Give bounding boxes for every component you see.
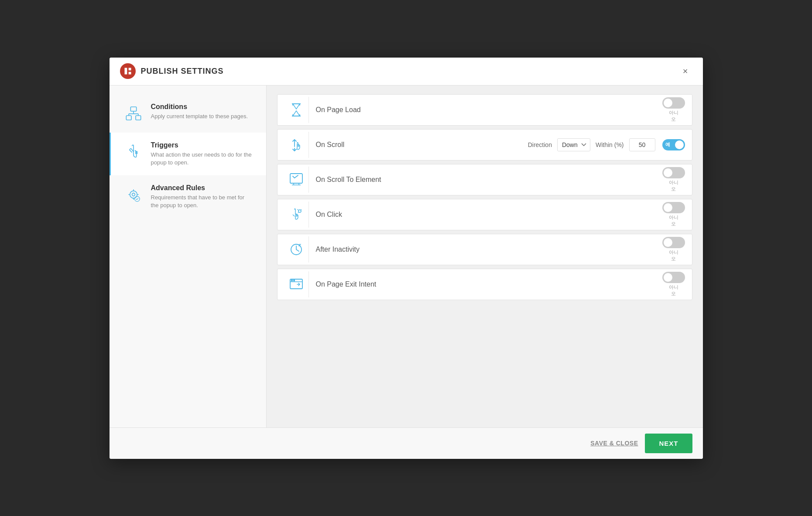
sidebar-conditions-title: Conditions <box>151 103 248 111</box>
modal-header: PUBLISH SETTINGS × <box>110 58 703 85</box>
on-scroll-toggle[interactable]: 예 <box>662 139 685 150</box>
on-page-load-icon-wrap <box>284 97 309 123</box>
on-scroll-icon-wrap <box>284 132 309 158</box>
on-scroll-label: On Scroll <box>316 141 528 149</box>
on-click-toggle-wrap: 아니오 <box>662 202 685 227</box>
close-button[interactable]: × <box>678 64 692 78</box>
after-inactivity-icon-wrap <box>284 236 309 263</box>
on-scroll-controls: Direction Down Up Within (%) <box>528 138 655 151</box>
after-inactivity-icon <box>288 242 304 257</box>
on-scroll-to-element-icon <box>288 172 304 188</box>
on-click-icon <box>288 207 304 222</box>
on-page-load-toggle[interactable] <box>662 97 685 109</box>
trigger-on-page-exit-intent: On Page Exit Intent 아니오 <box>277 269 692 300</box>
main-content: On Page Load 아니오 <box>267 85 703 427</box>
sidebar-conditions-desc: Apply current template to these pages. <box>151 113 248 120</box>
svg-point-22 <box>291 280 293 281</box>
elementor-logo <box>120 63 136 79</box>
svg-rect-1 <box>128 68 131 71</box>
within-label: Within (%) <box>596 141 624 148</box>
sidebar: Conditions Apply current template to the… <box>110 85 267 427</box>
svg-rect-17 <box>290 174 302 183</box>
on-scroll-to-element-toggle-label: 아니오 <box>669 179 678 192</box>
on-scroll-toggle-wrap: 예 <box>662 139 685 150</box>
on-page-load-toggle-wrap: 아니오 <box>662 97 685 123</box>
sidebar-triggers-desc: What action the user needs to do for the… <box>151 151 254 167</box>
modal-title: PUBLISH SETTINGS <box>141 67 678 76</box>
on-page-exit-intent-label: On Page Exit Intent <box>316 280 655 288</box>
svg-rect-4 <box>126 116 131 120</box>
on-page-exit-intent-toggle-wrap: 아니오 <box>662 272 685 297</box>
within-input[interactable] <box>629 138 655 151</box>
on-scroll-to-element-toggle-wrap: 아니오 <box>662 167 685 192</box>
toggle-yes-label: 예 <box>665 141 670 148</box>
on-scroll-to-element-toggle[interactable] <box>662 167 685 178</box>
publish-settings-modal: PUBLISH SETTINGS × <box>110 58 703 459</box>
sidebar-item-advanced-rules[interactable]: Advanced Rules Requirements that have to… <box>110 175 266 218</box>
on-page-exit-intent-toggle-label: 아니오 <box>669 284 678 297</box>
after-inactivity-label: After Inactivity <box>316 246 655 253</box>
direction-label: Direction <box>528 141 552 148</box>
svg-rect-5 <box>136 116 141 120</box>
modal-body: Conditions Apply current template to the… <box>110 85 703 427</box>
on-click-toggle-label: 아니오 <box>669 214 678 227</box>
on-page-exit-intent-icon-wrap <box>284 271 309 297</box>
sidebar-item-conditions[interactable]: Conditions Apply current template to the… <box>110 94 266 133</box>
on-click-icon-wrap <box>284 202 309 228</box>
trigger-on-scroll: On Scroll Direction Down Up Within (%) <box>277 129 692 161</box>
on-scroll-icon <box>288 137 304 153</box>
sidebar-advanced-title: Advanced Rules <box>151 184 254 192</box>
after-inactivity-toggle-wrap: 아니오 <box>662 237 685 262</box>
svg-rect-2 <box>128 72 131 75</box>
svg-point-11 <box>132 193 135 196</box>
direction-select[interactable]: Down Up <box>557 138 590 151</box>
trigger-on-scroll-to-element: On Scroll To Element 아니오 <box>277 164 692 195</box>
trigger-on-page-load: On Page Load 아니오 <box>277 94 692 126</box>
svg-rect-3 <box>130 107 136 111</box>
on-page-exit-intent-icon <box>288 277 304 292</box>
save-close-button[interactable]: SAVE & CLOSE <box>590 440 638 447</box>
sidebar-item-triggers[interactable]: Triggers What action the user needs to d… <box>110 133 266 175</box>
advanced-rules-icon <box>123 184 144 205</box>
trigger-after-inactivity: After Inactivity 아니오 <box>277 234 692 265</box>
next-button[interactable]: NEXT <box>645 434 692 453</box>
conditions-icon <box>123 103 144 124</box>
triggers-icon <box>123 141 144 162</box>
sidebar-triggers-title: Triggers <box>151 141 254 149</box>
on-click-label: On Click <box>316 211 655 219</box>
on-page-load-icon <box>288 102 304 118</box>
modal-overlay: PUBLISH SETTINGS × <box>0 0 812 516</box>
svg-point-23 <box>294 280 295 281</box>
after-inactivity-toggle[interactable] <box>662 237 685 248</box>
on-click-toggle[interactable] <box>662 202 685 213</box>
sidebar-advanced-desc: Requirements that have to be met for the… <box>151 194 254 209</box>
svg-point-10 <box>130 191 137 198</box>
after-inactivity-toggle-label: 아니오 <box>669 249 678 262</box>
svg-rect-0 <box>124 68 127 75</box>
on-page-load-label: On Page Load <box>316 106 655 114</box>
on-scroll-to-element-label: On Scroll To Element <box>316 176 655 184</box>
on-page-exit-intent-toggle[interactable] <box>662 272 685 283</box>
on-scroll-to-element-icon-wrap <box>284 167 309 193</box>
trigger-on-click: On Click 아니오 <box>277 199 692 230</box>
on-page-load-toggle-label: 아니오 <box>669 109 678 123</box>
modal-footer: SAVE & CLOSE NEXT <box>110 427 703 459</box>
